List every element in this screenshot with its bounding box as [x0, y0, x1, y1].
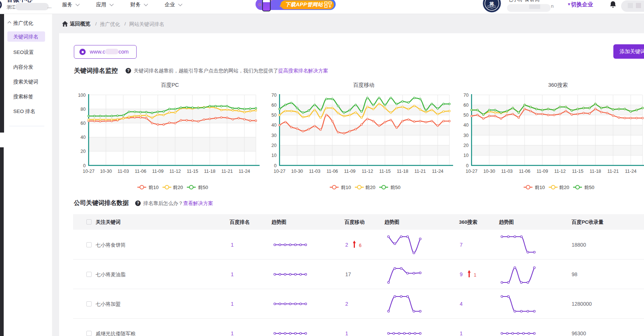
svg-text:前10: 前10 — [535, 185, 545, 190]
svg-text:30: 30 — [271, 133, 277, 138]
svg-text:11-24: 11-24 — [432, 169, 443, 174]
svg-text:40: 40 — [80, 135, 86, 140]
svg-text:0: 0 — [83, 163, 86, 168]
svg-text:20: 20 — [80, 149, 86, 154]
svg-text:10: 10 — [463, 153, 469, 158]
svg-text:11-21: 11-21 — [414, 169, 426, 174]
svg-text:50: 50 — [271, 113, 277, 118]
svg-text:11-03: 11-03 — [309, 169, 321, 174]
svg-text:10-30: 10-30 — [100, 169, 112, 174]
svg-text:10-27: 10-27 — [466, 169, 477, 174]
svg-text:30: 30 — [463, 133, 469, 138]
svg-text:11-09: 11-09 — [152, 169, 164, 174]
svg-text:10: 10 — [271, 153, 277, 158]
svg-text:0: 0 — [274, 163, 277, 168]
svg-text:11-03: 11-03 — [117, 169, 129, 174]
svg-text:60: 60 — [463, 103, 469, 108]
svg-text:前50: 前50 — [198, 185, 208, 190]
svg-text:0: 0 — [466, 163, 469, 168]
svg-text:20: 20 — [271, 143, 277, 148]
svg-text:11-18: 11-18 — [204, 169, 215, 174]
svg-text:前20: 前20 — [559, 185, 569, 190]
svg-text:11-18: 11-18 — [590, 169, 601, 174]
svg-text:11-12: 11-12 — [554, 169, 566, 174]
svg-text:前10: 前10 — [341, 185, 351, 190]
svg-text:11-15: 11-15 — [187, 169, 198, 174]
svg-text:11-06: 11-06 — [326, 169, 338, 174]
svg-text:60: 60 — [271, 103, 277, 108]
svg-text:11-03: 11-03 — [501, 169, 513, 174]
svg-text:前10: 前10 — [148, 185, 158, 190]
svg-text:70: 70 — [271, 93, 277, 98]
svg-text:前20: 前20 — [173, 185, 183, 190]
svg-text:80: 80 — [80, 107, 86, 112]
svg-text:20: 20 — [463, 143, 469, 148]
svg-text:10-30: 10-30 — [291, 169, 303, 174]
svg-text:11-24: 11-24 — [239, 169, 250, 174]
svg-text:11-24: 11-24 — [625, 169, 637, 174]
svg-text:60: 60 — [80, 121, 86, 126]
svg-text:40: 40 — [463, 123, 469, 128]
svg-text:10-30: 10-30 — [483, 169, 495, 174]
svg-text:前50: 前50 — [390, 185, 400, 190]
svg-text:11-18: 11-18 — [397, 169, 408, 174]
svg-text:11-09: 11-09 — [344, 169, 356, 174]
svg-text:11-15: 11-15 — [379, 169, 391, 174]
svg-text:50: 50 — [463, 113, 469, 118]
svg-text:10-27: 10-27 — [274, 169, 285, 174]
svg-text:11-09: 11-09 — [537, 169, 548, 174]
svg-text:11-21: 11-21 — [221, 169, 233, 174]
svg-text:70: 70 — [463, 93, 469, 98]
svg-text:11-15: 11-15 — [572, 169, 583, 174]
svg-text:11-12: 11-12 — [169, 169, 181, 174]
svg-text:11-21: 11-21 — [607, 169, 619, 174]
svg-text:40: 40 — [271, 123, 277, 128]
svg-text:前50: 前50 — [584, 185, 594, 190]
svg-text:11-12: 11-12 — [362, 169, 373, 174]
svg-text:前20: 前20 — [365, 185, 375, 190]
svg-text:10-27: 10-27 — [83, 169, 95, 174]
svg-text:100: 100 — [78, 93, 86, 98]
svg-text:11-06: 11-06 — [519, 169, 530, 174]
svg-text:11-06: 11-06 — [135, 169, 146, 174]
